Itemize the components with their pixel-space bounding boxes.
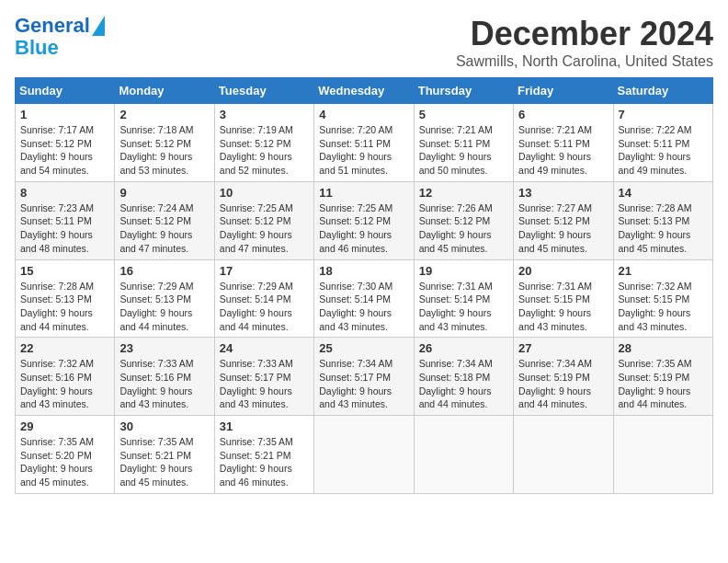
sunset-label: Sunset: 5:11 PM bbox=[518, 138, 590, 149]
sunrise-label: Sunrise: 7:32 AM bbox=[20, 358, 94, 369]
sunrise-label: Sunrise: 7:21 AM bbox=[518, 124, 592, 135]
day-number: 8 bbox=[20, 186, 109, 200]
sunset-label: Sunset: 5:12 PM bbox=[119, 138, 191, 149]
calendar-cell: 11 Sunrise: 7:25 AM Sunset: 5:12 PM Dayl… bbox=[314, 181, 414, 259]
calendar-cell: 7 Sunrise: 7:22 AM Sunset: 5:11 PM Dayli… bbox=[613, 104, 712, 182]
header-sunday: Sunday bbox=[16, 78, 115, 104]
calendar-cell: 15 Sunrise: 7:28 AM Sunset: 5:13 PM Dayl… bbox=[16, 259, 115, 338]
day-info: Sunrise: 7:26 AM Sunset: 5:12 PM Dayligh… bbox=[419, 201, 508, 256]
day-number: 3 bbox=[220, 108, 309, 121]
day-number: 21 bbox=[619, 264, 708, 278]
calendar-cell: 27 Sunrise: 7:34 AM Sunset: 5:19 PM Dayl… bbox=[514, 338, 613, 416]
sunrise-label: Sunrise: 7:29 AM bbox=[119, 281, 193, 292]
calendar-cell: 21 Sunrise: 7:32 AM Sunset: 5:15 PM Dayl… bbox=[613, 259, 712, 338]
day-number: 17 bbox=[220, 264, 309, 278]
day-number: 12 bbox=[419, 186, 508, 200]
daylight-label: Daylight: 9 hours and 43 minutes. bbox=[518, 307, 591, 332]
sunset-label: Sunset: 5:18 PM bbox=[419, 372, 491, 383]
header-thursday: Thursday bbox=[414, 78, 513, 104]
day-number: 22 bbox=[20, 341, 109, 355]
sunrise-label: Sunrise: 7:25 AM bbox=[220, 202, 293, 213]
sunrise-label: Sunrise: 7:31 AM bbox=[518, 281, 592, 292]
daylight-label: Daylight: 9 hours and 46 minutes. bbox=[319, 229, 392, 254]
day-info: Sunrise: 7:17 AM Sunset: 5:12 PM Dayligh… bbox=[20, 123, 109, 178]
calendar-cell: 4 Sunrise: 7:20 AM Sunset: 5:11 PM Dayli… bbox=[314, 104, 414, 182]
sunrise-label: Sunrise: 7:28 AM bbox=[20, 281, 94, 292]
sunset-label: Sunset: 5:12 PM bbox=[319, 215, 391, 226]
page-header: General Blue December 2024 Sawmills, Nor… bbox=[15, 15, 713, 70]
daylight-label: Daylight: 9 hours and 48 minutes. bbox=[20, 229, 93, 254]
day-info: Sunrise: 7:31 AM Sunset: 5:14 PM Dayligh… bbox=[419, 280, 508, 334]
day-number: 27 bbox=[518, 341, 608, 355]
calendar-cell: 12 Sunrise: 7:26 AM Sunset: 5:12 PM Dayl… bbox=[414, 181, 513, 259]
calendar-cell: 3 Sunrise: 7:19 AM Sunset: 5:12 PM Dayli… bbox=[214, 104, 313, 182]
sunrise-label: Sunrise: 7:30 AM bbox=[319, 281, 392, 292]
sunrise-label: Sunrise: 7:22 AM bbox=[619, 124, 692, 135]
day-number: 16 bbox=[119, 264, 209, 278]
day-info: Sunrise: 7:27 AM Sunset: 5:12 PM Dayligh… bbox=[518, 201, 608, 256]
day-number: 15 bbox=[20, 264, 109, 278]
daylight-label: Daylight: 9 hours and 43 minutes. bbox=[319, 307, 392, 332]
daylight-label: Daylight: 9 hours and 54 minutes. bbox=[20, 151, 93, 176]
daylight-label: Daylight: 9 hours and 52 minutes. bbox=[220, 151, 292, 176]
sunset-label: Sunset: 5:13 PM bbox=[619, 215, 690, 226]
sunrise-label: Sunrise: 7:35 AM bbox=[20, 436, 94, 447]
sunset-label: Sunset: 5:14 PM bbox=[319, 293, 391, 304]
sunset-label: Sunset: 5:19 PM bbox=[619, 372, 690, 383]
calendar-cell: 30 Sunrise: 7:35 AM Sunset: 5:21 PM Dayl… bbox=[115, 416, 214, 494]
sunrise-label: Sunrise: 7:33 AM bbox=[220, 358, 293, 369]
sunset-label: Sunset: 5:12 PM bbox=[20, 138, 92, 149]
daylight-label: Daylight: 9 hours and 46 minutes. bbox=[220, 463, 292, 488]
day-number: 14 bbox=[619, 186, 708, 200]
daylight-label: Daylight: 9 hours and 45 minutes. bbox=[619, 229, 691, 254]
sunrise-label: Sunrise: 7:26 AM bbox=[419, 202, 493, 213]
sunrise-label: Sunrise: 7:20 AM bbox=[319, 124, 392, 135]
sunset-label: Sunset: 5:16 PM bbox=[119, 372, 191, 383]
day-info: Sunrise: 7:31 AM Sunset: 5:15 PM Dayligh… bbox=[518, 280, 608, 334]
calendar-cell: 5 Sunrise: 7:21 AM Sunset: 5:11 PM Dayli… bbox=[414, 104, 513, 182]
day-info: Sunrise: 7:35 AM Sunset: 5:21 PM Dayligh… bbox=[220, 435, 309, 489]
daylight-label: Daylight: 9 hours and 51 minutes. bbox=[319, 151, 392, 176]
calendar-cell: 18 Sunrise: 7:30 AM Sunset: 5:14 PM Dayl… bbox=[314, 259, 414, 338]
sunrise-label: Sunrise: 7:35 AM bbox=[119, 436, 193, 447]
daylight-label: Daylight: 9 hours and 44 minutes. bbox=[220, 307, 292, 332]
sunset-label: Sunset: 5:21 PM bbox=[119, 450, 191, 461]
sunrise-label: Sunrise: 7:34 AM bbox=[518, 358, 592, 369]
sunrise-label: Sunrise: 7:34 AM bbox=[419, 358, 493, 369]
daylight-label: Daylight: 9 hours and 45 minutes. bbox=[20, 463, 93, 488]
day-number: 20 bbox=[518, 264, 608, 278]
sunrise-label: Sunrise: 7:28 AM bbox=[619, 202, 692, 213]
location-title: Sawmills, North Carolina, United States bbox=[456, 53, 713, 70]
calendar-week-row: 1 Sunrise: 7:17 AM Sunset: 5:12 PM Dayli… bbox=[16, 104, 713, 182]
header-row: Sunday Monday Tuesday Wednesday Thursday… bbox=[16, 78, 713, 104]
day-info: Sunrise: 7:22 AM Sunset: 5:11 PM Dayligh… bbox=[619, 123, 708, 178]
sunset-label: Sunset: 5:14 PM bbox=[220, 293, 291, 304]
daylight-label: Daylight: 9 hours and 47 minutes. bbox=[220, 229, 292, 254]
day-number: 4 bbox=[319, 108, 408, 121]
day-number: 29 bbox=[20, 419, 109, 433]
calendar-week-row: 15 Sunrise: 7:28 AM Sunset: 5:13 PM Dayl… bbox=[16, 259, 713, 338]
day-info: Sunrise: 7:25 AM Sunset: 5:12 PM Dayligh… bbox=[319, 201, 408, 256]
day-number: 9 bbox=[119, 186, 209, 200]
day-number: 1 bbox=[20, 108, 109, 121]
daylight-label: Daylight: 9 hours and 44 minutes. bbox=[119, 307, 192, 332]
day-info: Sunrise: 7:19 AM Sunset: 5:12 PM Dayligh… bbox=[220, 123, 309, 178]
day-number: 11 bbox=[319, 186, 408, 200]
sunset-label: Sunset: 5:15 PM bbox=[619, 293, 690, 304]
sunset-label: Sunset: 5:11 PM bbox=[20, 215, 92, 226]
day-info: Sunrise: 7:33 AM Sunset: 5:17 PM Dayligh… bbox=[220, 357, 309, 411]
day-number: 25 bbox=[319, 341, 408, 355]
day-info: Sunrise: 7:21 AM Sunset: 5:11 PM Dayligh… bbox=[419, 123, 508, 178]
day-number: 31 bbox=[220, 419, 309, 433]
sunset-label: Sunset: 5:13 PM bbox=[119, 293, 191, 304]
day-info: Sunrise: 7:34 AM Sunset: 5:18 PM Dayligh… bbox=[419, 357, 508, 411]
title-area: December 2024 Sawmills, North Carolina, … bbox=[456, 15, 713, 70]
sunset-label: Sunset: 5:12 PM bbox=[220, 138, 291, 149]
calendar-cell: 6 Sunrise: 7:21 AM Sunset: 5:11 PM Dayli… bbox=[514, 104, 613, 182]
sunrise-label: Sunrise: 7:29 AM bbox=[220, 281, 293, 292]
day-info: Sunrise: 7:18 AM Sunset: 5:12 PM Dayligh… bbox=[119, 123, 209, 178]
day-info: Sunrise: 7:32 AM Sunset: 5:15 PM Dayligh… bbox=[619, 280, 708, 334]
day-info: Sunrise: 7:28 AM Sunset: 5:13 PM Dayligh… bbox=[20, 280, 109, 334]
sunrise-label: Sunrise: 7:34 AM bbox=[319, 358, 392, 369]
day-number: 26 bbox=[419, 341, 508, 355]
